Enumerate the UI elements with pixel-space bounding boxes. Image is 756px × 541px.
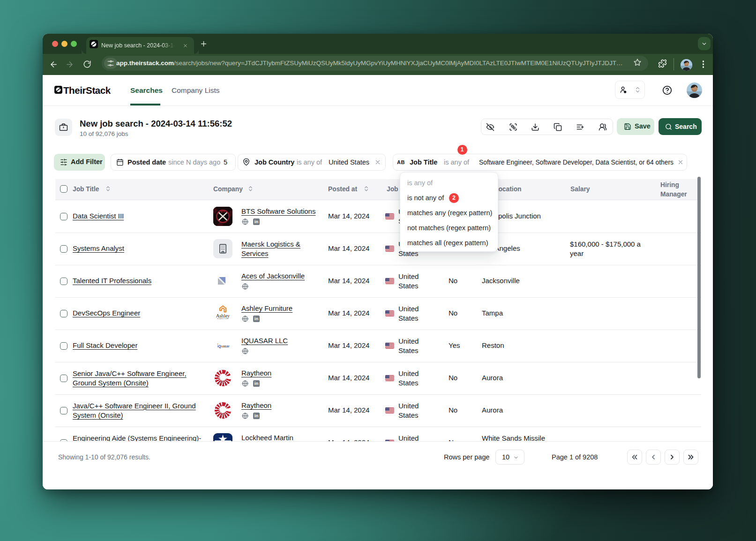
svg-text:BTS: BTS [221, 210, 225, 213]
svg-text:HOMESTORE: HOMESTORE [217, 318, 229, 320]
svg-text:2011-2024: 2011-2024 [219, 221, 226, 223]
svg-text:Q: Q [218, 344, 221, 348]
svg-text:uasar: uasar [221, 345, 230, 348]
svg-text:Ashley: Ashley [216, 313, 230, 318]
